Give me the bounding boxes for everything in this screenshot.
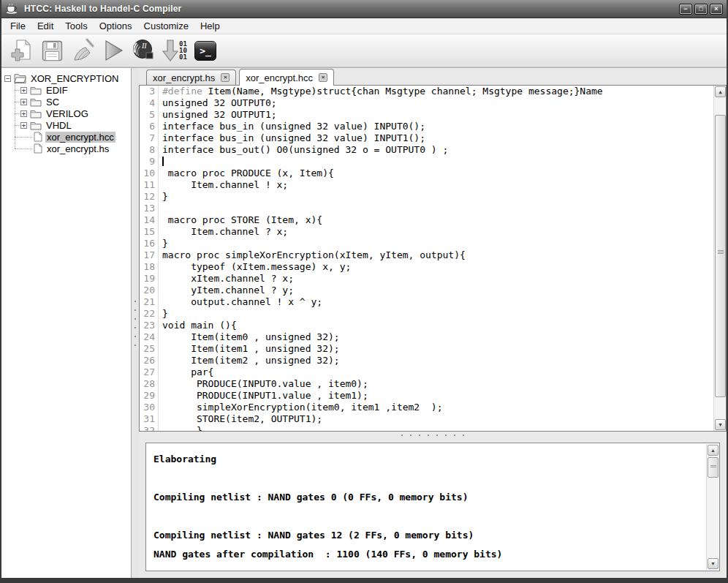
folder-icon — [30, 97, 42, 107]
new-file-button[interactable] — [6, 36, 37, 65]
code-line[interactable]: par{ — [162, 366, 713, 378]
expand-icon[interactable]: + — [20, 110, 27, 117]
expand-icon[interactable]: + — [20, 122, 27, 129]
line-number: 4 — [140, 97, 155, 109]
code-line[interactable]: #define Item(Name, Msgtype)struct{chan M… — [162, 86, 713, 97]
tab-bar: xor_encrypt.hs×xor_encrypt.hcc× — [139, 68, 727, 86]
close-button[interactable]: × — [710, 4, 723, 15]
tree-folder-vhdl[interactable]: +VHDL — [12, 119, 131, 131]
line-number: 20 — [140, 285, 155, 296]
expand-icon[interactable]: + — [20, 99, 27, 105]
tree-file-xor-encrypt-hcc[interactable]: xor_encrypt.hcc — [12, 131, 131, 143]
line-number: 23 — [140, 320, 155, 331]
tree-root[interactable]: −XOR_ENCRYPTION — [4, 72, 131, 84]
code-line[interactable] — [162, 156, 713, 168]
menu-item-file[interactable]: File — [4, 19, 31, 33]
line-number: 9 — [140, 156, 155, 168]
code-line[interactable] — [162, 203, 713, 214]
code-area[interactable]: #define Item(Name, Msgtype)struct{chan M… — [159, 86, 713, 431]
menu-item-customize[interactable]: Customize — [138, 19, 194, 33]
code-line[interactable]: } — [162, 191, 713, 203]
vertical-splitter[interactable] — [132, 68, 139, 578]
console-scrollbar-thumb[interactable] — [708, 457, 718, 478]
expand-icon[interactable]: + — [20, 87, 27, 94]
code-line[interactable]: Item(item1 , unsigned 32); — [162, 343, 713, 355]
console-scrollbar[interactable]: ▲ ▼ — [706, 444, 718, 570]
editor-scrollbar-thumb[interactable] — [715, 115, 726, 397]
tree-root-label: XOR_ENCRYPTION — [29, 73, 120, 84]
close-tab-icon[interactable]: × — [221, 73, 230, 82]
code-line[interactable]: PRODUCE(INPUT0.value , item0); — [162, 378, 713, 390]
window-title: HTCC: Haskell to Handel-C Compiler — [24, 4, 182, 14]
code-line[interactable]: xItem.channel ? x; — [162, 273, 713, 285]
horizontal-splitter[interactable] — [139, 432, 727, 439]
minimize-button[interactable]: − — [679, 4, 692, 15]
line-number: 28 — [140, 378, 155, 390]
code-line[interactable]: macro proc PRODUCE (x, Item){ — [162, 168, 713, 179]
code-line[interactable]: unsigned 32 OUTPUT1; — [162, 109, 713, 121]
close-tab-icon[interactable]: × — [319, 73, 327, 82]
maximize-button[interactable]: □ — [694, 4, 708, 15]
code-line[interactable]: interface bus_out() O0(unsigned 32 o = O… — [162, 144, 713, 156]
code-editor[interactable]: 3456789101112131415161718192021222324252… — [139, 86, 727, 432]
code-line[interactable]: simpleXorEncryption(item0, item1 ,item2 … — [162, 402, 713, 413]
line-number: 24 — [140, 331, 155, 343]
line-number: 11 — [140, 179, 155, 191]
scroll-down-icon[interactable]: ▼ — [715, 419, 726, 430]
code-line[interactable]: } — [162, 308, 713, 320]
code-line[interactable]: Item(item2 , unsigned 32); — [162, 355, 713, 366]
code-text: unsigned 32 OUTPUT1; — [162, 109, 277, 120]
code-line[interactable]: } — [162, 238, 713, 249]
code-text: Item(item1 , unsigned 32); — [162, 343, 340, 354]
save-button[interactable] — [37, 36, 67, 65]
tab-xor-encrypt-hs[interactable]: xor_encrypt.hs× — [146, 69, 236, 85]
tab-xor-encrypt-hcc[interactable]: xor_encrypt.hcc× — [239, 69, 334, 86]
output-panel: Elaborating Compiling netlist : NAND gat… — [139, 439, 727, 578]
tree-folder-label: VHDL — [45, 120, 73, 131]
code-line[interactable]: STORE(item2, OUTPUT1); — [162, 413, 713, 425]
editor-scrollbar[interactable]: ▲ ▼ — [713, 86, 726, 431]
code-line[interactable]: Item.channel ! x; — [162, 179, 713, 191]
menu-item-help[interactable]: Help — [194, 19, 226, 33]
terminal-button[interactable]: >_ — [190, 36, 221, 65]
code-line[interactable]: yItem.channel ? y; — [162, 285, 713, 296]
line-number: 16 — [140, 238, 155, 249]
tree-file-xor-encrypt-hs[interactable]: xor_encrypt.hs — [12, 143, 131, 154]
code-line[interactable]: Item.channel ? x; — [162, 226, 713, 238]
menu-item-options[interactable]: Options — [94, 19, 138, 33]
tree-folder-verilog[interactable]: +VERILOG — [12, 108, 131, 119]
tree-folder-sc[interactable]: +SC — [12, 96, 131, 108]
svg-text:II: II — [141, 42, 147, 50]
code-line[interactable]: interface bus_in (unsigned 32 value) INP… — [162, 132, 713, 144]
app-window: HTCC: Haskell to Handel-C Compiler − □ ×… — [0, 0, 728, 583]
scroll-down-icon[interactable]: ▼ — [708, 558, 718, 569]
tree-children: +EDIF+SC+VERILOG+VHDLxor_encrypt.hccxor_… — [12, 84, 131, 154]
compile-button[interactable]: II — [129, 36, 159, 65]
code-line[interactable]: unsigned 32 OUTPUT0; — [162, 97, 713, 109]
code-line[interactable]: output.channel ! x ^ y; — [162, 296, 713, 308]
code-line[interactable]: } — [162, 425, 713, 431]
code-text: macro proc PRODUCE (x, Item){ — [162, 168, 334, 178]
code-line[interactable]: PRODUCE(INPUT1.value , item1); — [162, 390, 713, 402]
code-line[interactable]: Item(item0 , unsigned 32); — [162, 331, 713, 343]
menu-item-tools[interactable]: Tools — [59, 19, 93, 33]
code-line[interactable]: macro proc simpleXorEncryption(xItem, yI… — [162, 249, 713, 261]
generate-binary-button[interactable]: 01 10 01 — [159, 36, 190, 65]
tree-folder-edif[interactable]: +EDIF — [12, 84, 131, 96]
code-line[interactable]: macro proc STORE (Item, x){ — [162, 214, 713, 226]
code-line[interactable]: typeof (xItem.message) x, y; — [162, 261, 713, 273]
collapse-icon[interactable]: − — [4, 75, 11, 82]
code-text: interface bus_in (unsigned 32 value) INP… — [162, 132, 425, 143]
scroll-up-icon[interactable]: ▲ — [708, 445, 718, 456]
code-line[interactable]: void main (){ — [162, 320, 713, 331]
clean-button[interactable] — [67, 36, 98, 65]
code-line[interactable]: interface bus_in (unsigned 32 value) INP… — [162, 121, 713, 132]
run-button[interactable] — [98, 36, 129, 65]
text-cursor — [162, 157, 164, 166]
scroll-up-icon[interactable]: ▲ — [715, 86, 726, 97]
code-text: interface bus_out() O0(unsigned 32 o = O… — [162, 144, 448, 155]
line-number: 21 — [140, 296, 155, 308]
terminal-prompt-glyph: >_ — [200, 45, 211, 56]
splitter-grip — [401, 435, 464, 436]
menu-item-edit[interactable]: Edit — [31, 19, 59, 33]
